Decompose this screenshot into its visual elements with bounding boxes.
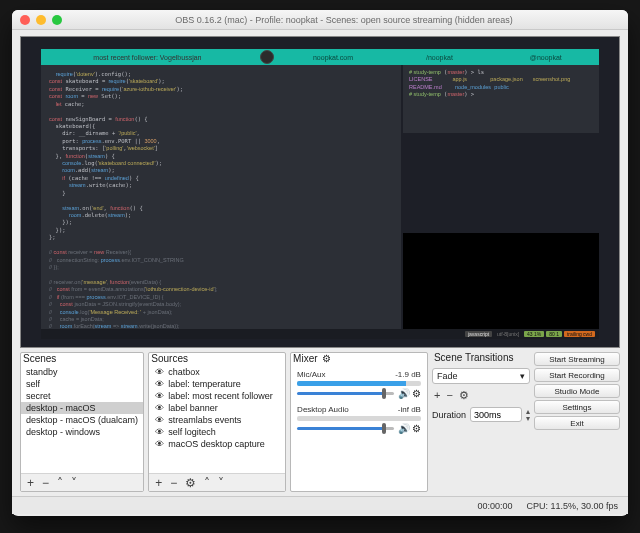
- status-filetype: javascript: [465, 331, 492, 337]
- start-streaming-button[interactable]: Start Streaming: [534, 352, 620, 366]
- eye-icon[interactable]: 👁: [154, 415, 164, 425]
- speaker-icon[interactable]: 🔊: [398, 423, 410, 434]
- mixer-panel: Mixer ⚙ Mic/Aux-1.9 dB🔊⚙Desktop Audio-in…: [290, 352, 428, 492]
- code-editor-capture: require('dotenv').config(); const skateb…: [41, 65, 401, 329]
- right-column: Scene Transitions Fade ▾ + − ⚙ Duration …: [432, 352, 620, 492]
- app-window: OBS 0.16.2 (mac) - Profile: noopkat - Sc…: [12, 10, 628, 516]
- webcam-placeholder: [403, 233, 599, 329]
- traffic-light-minimize[interactable]: [36, 15, 46, 25]
- mixer-channel: Mic/Aux-1.9 dB🔊⚙: [297, 370, 421, 399]
- status-footer: 00:00:00 CPU: 11.5%, 30.00 fps: [12, 496, 628, 514]
- control-buttons: Start Streaming Start Recording Studio M…: [534, 352, 620, 492]
- channel-gear-icon[interactable]: ⚙: [412, 423, 421, 434]
- status-encoding: utf-8[unix]: [494, 331, 522, 337]
- scenes-list[interactable]: standbyselfsecretdesktop - macOSdesktop …: [21, 366, 143, 473]
- volume-slider[interactable]: [297, 392, 394, 395]
- status-pos2: 80 1: [546, 331, 562, 337]
- sources-list[interactable]: 👁chatbox👁label: temperature👁label: most …: [149, 366, 285, 473]
- sources-header: Sources: [149, 353, 285, 366]
- sources-gear-icon[interactable]: ⚙: [185, 476, 196, 490]
- scenes-toolbar: + − ˄ ˅: [21, 473, 143, 491]
- scene-item[interactable]: secret: [21, 390, 143, 402]
- eye-icon[interactable]: 👁: [154, 403, 164, 413]
- traffic-light-zoom[interactable]: [52, 15, 62, 25]
- eye-icon[interactable]: 👁: [154, 391, 164, 401]
- duration-stepper[interactable]: ▴▾: [526, 408, 530, 422]
- source-label: self logitech: [168, 427, 216, 437]
- mixer-channel: Desktop Audio-inf dB🔊⚙: [297, 405, 421, 434]
- mixer-gear-icon[interactable]: ⚙: [322, 353, 331, 364]
- source-item[interactable]: 👁chatbox: [149, 366, 285, 378]
- channel-db: -inf dB: [398, 405, 421, 414]
- transition-remove-icon[interactable]: −: [446, 389, 452, 402]
- exit-button[interactable]: Exit: [534, 416, 620, 430]
- eye-icon[interactable]: 👁: [154, 379, 164, 389]
- sources-up-icon[interactable]: ˄: [204, 476, 210, 490]
- scenes-remove-icon[interactable]: −: [42, 476, 49, 490]
- scenes-panel: Scenes standbyselfsecretdesktop - macOSd…: [20, 352, 144, 492]
- source-label: macOS desktop capture: [168, 439, 265, 449]
- studio-mode-button[interactable]: Studio Mode: [534, 384, 620, 398]
- scenes-header: Scenes: [21, 353, 143, 366]
- scenes-up-icon[interactable]: ˄: [57, 476, 63, 490]
- scenes-add-icon[interactable]: +: [27, 476, 34, 490]
- start-recording-button[interactable]: Start Recording: [534, 368, 620, 382]
- editor-statusbar: javascript utf-8[unix] 43 1% 80 1 traili…: [41, 329, 599, 339]
- terminal-capture: # study-temp (master) > ls LICENSE app.j…: [403, 65, 599, 133]
- overlay-link-twitter: @noopkat: [493, 54, 599, 61]
- scene-item[interactable]: self: [21, 378, 143, 390]
- status-ft: trailing cwd: [564, 331, 595, 337]
- sources-remove-icon[interactable]: −: [170, 476, 177, 490]
- duration-row: Duration ▴▾: [432, 407, 530, 422]
- eye-icon[interactable]: 👁: [154, 439, 164, 449]
- transition-value: Fade: [437, 371, 458, 381]
- source-item[interactable]: 👁label: most recent follower: [149, 390, 285, 402]
- transition-toolbar: + − ⚙: [432, 387, 530, 404]
- source-item[interactable]: 👁label banner: [149, 402, 285, 414]
- avatar: [260, 50, 274, 64]
- channel-db: -1.9 dB: [395, 370, 421, 379]
- scene-item[interactable]: desktop - windows: [21, 426, 143, 438]
- source-label: label: temperature: [168, 379, 241, 389]
- sources-add-icon[interactable]: +: [155, 476, 162, 490]
- scene-item[interactable]: standby: [21, 366, 143, 378]
- transition-add-icon[interactable]: +: [434, 389, 440, 402]
- source-item[interactable]: 👁macOS desktop capture: [149, 438, 285, 450]
- preview-canvas[interactable]: most recent follower: Vogelbussjan noopk…: [20, 36, 620, 348]
- source-label: label: most recent follower: [168, 391, 273, 401]
- source-item[interactable]: 👁label: temperature: [149, 378, 285, 390]
- channel-gear-icon[interactable]: ⚙: [412, 388, 421, 399]
- source-item[interactable]: 👁self logitech: [149, 426, 285, 438]
- transition-gear-icon[interactable]: ⚙: [459, 389, 469, 402]
- chevron-down-icon: ▾: [520, 371, 525, 381]
- source-label: chatbox: [168, 367, 200, 377]
- scene-item[interactable]: desktop - macOS: [21, 402, 143, 414]
- transitions-header: Scene Transitions: [432, 352, 530, 365]
- sources-down-icon[interactable]: ˅: [218, 476, 224, 490]
- status-pos1: 43 1%: [524, 331, 544, 337]
- scene-item[interactable]: desktop - macOS (dualcam): [21, 414, 143, 426]
- mixer-body: Mic/Aux-1.9 dB🔊⚙Desktop Audio-inf dB🔊⚙: [291, 366, 427, 491]
- settings-button[interactable]: Settings: [534, 400, 620, 414]
- traffic-light-close[interactable]: [20, 15, 30, 25]
- scenes-down-icon[interactable]: ˅: [71, 476, 77, 490]
- level-meter: [297, 381, 421, 386]
- overlay-link-site: noopkat.com: [280, 54, 386, 61]
- volume-slider[interactable]: [297, 427, 394, 430]
- speaker-icon[interactable]: 🔊: [398, 388, 410, 399]
- channel-name: Desktop Audio: [297, 405, 349, 414]
- eye-icon[interactable]: 👁: [154, 367, 164, 377]
- sources-panel: Sources 👁chatbox👁label: temperature👁labe…: [148, 352, 286, 492]
- duration-input[interactable]: [470, 407, 522, 422]
- overlay-link-github: /noopkat: [386, 54, 492, 61]
- footer-time: 00:00:00: [477, 501, 512, 511]
- mixer-header: Mixer ⚙: [291, 353, 427, 366]
- transition-select[interactable]: Fade ▾: [432, 368, 530, 384]
- bottom-panels: Scenes standbyselfsecretdesktop - macOSd…: [20, 352, 620, 492]
- level-meter: [297, 416, 421, 421]
- titlebar: OBS 0.16.2 (mac) - Profile: noopkat - Sc…: [12, 10, 628, 30]
- follower-label: most recent follower: Vogelbussjan: [41, 54, 254, 61]
- eye-icon[interactable]: 👁: [154, 427, 164, 437]
- source-item[interactable]: 👁streamlabs events: [149, 414, 285, 426]
- overlay-header: most recent follower: Vogelbussjan noopk…: [41, 49, 599, 65]
